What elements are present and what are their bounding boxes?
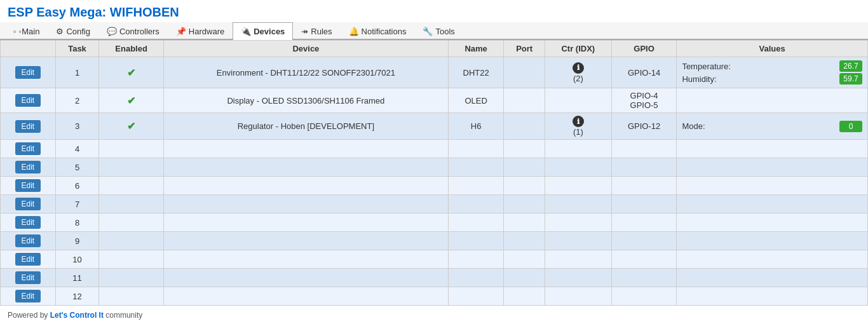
edit-button-7[interactable]: Edit: [15, 198, 41, 210]
header-values: Values: [677, 41, 868, 57]
edit-button-11[interactable]: Edit: [15, 271, 41, 284]
ctr-info: ℹ (1): [550, 116, 606, 137]
table-row: Edit 12: [1, 287, 868, 306]
nav-controllers[interactable]: 💬 Controllers: [98, 22, 168, 40]
edit-button-6[interactable]: Edit: [15, 179, 41, 192]
table-row: Edit 2 ✔ Display - OLED SSD1306/SH1106 F…: [1, 88, 868, 113]
header-device: Device: [163, 41, 448, 57]
table-row: Edit 9: [1, 232, 868, 250]
edit-button-10[interactable]: Edit: [15, 253, 41, 266]
enabled-cell: ✔: [99, 88, 164, 113]
table-row: Edit 11: [1, 269, 868, 287]
nav-main[interactable]: ◦ ◦Main: [5, 22, 48, 40]
name-cell: H6: [448, 113, 503, 140]
edit-button-12[interactable]: Edit: [15, 290, 41, 302]
config-icon: ⚙: [56, 27, 64, 36]
table-row: Edit 3 ✔ Regulator - Hoben [DEVELOPMENT]…: [1, 113, 868, 140]
enabled-cell: ✔: [99, 57, 164, 88]
ctr-info: ℹ (2): [550, 62, 606, 83]
edit-button-4[interactable]: Edit: [15, 142, 41, 155]
table-row: Edit 10: [1, 250, 868, 269]
rules-icon: ↠: [301, 27, 308, 36]
ctr-cell: ℹ (1): [545, 113, 611, 140]
enabled-check: ✔: [127, 121, 135, 132]
footer-suffix: community: [104, 311, 142, 320]
device-cell: Display - OLED SSD1306/SH1106 Framed: [163, 88, 448, 113]
tools-icon: 🔧: [423, 27, 433, 36]
controllers-icon: 💬: [107, 27, 117, 36]
table-row: Edit 6: [1, 177, 868, 195]
value-row: Mode: 0: [682, 120, 862, 133]
edit-button-8[interactable]: Edit: [15, 216, 41, 229]
values-cell: Temperature: 26.7 Humidity: 59.7: [677, 57, 868, 88]
port-cell: [504, 113, 545, 140]
value-badge: 26.7: [839, 60, 862, 72]
values-cell: [677, 88, 868, 113]
table-header-row: Task Enabled Device Name Port Ctr (IDX) …: [1, 41, 868, 57]
port-cell: [504, 57, 545, 88]
info-icon: ℹ: [573, 62, 584, 74]
device-cell: Regulator - Hoben [DEVELOPMENT]: [163, 113, 448, 140]
edit-button-1[interactable]: Edit: [15, 66, 41, 79]
enabled-cell: ✔: [99, 113, 164, 140]
gpio-cell: GPIO-12: [611, 113, 677, 140]
name-cell: DHT22: [448, 57, 503, 88]
edit-cell[interactable]: Edit: [1, 88, 56, 113]
edit-button-9[interactable]: Edit: [15, 234, 41, 247]
values-cell: Mode: 0: [677, 113, 868, 140]
nav-notifications[interactable]: 🔔 Notifications: [341, 22, 415, 40]
header-gpio: GPIO: [611, 41, 677, 57]
edit-button-5[interactable]: Edit: [15, 161, 41, 173]
value-row: Temperature: 26.7: [682, 60, 862, 72]
nav-hardware[interactable]: 📌 Hardware: [168, 22, 233, 40]
edit-cell[interactable]: Edit: [1, 113, 56, 140]
notifications-icon: 🔔: [349, 27, 359, 36]
device-cell: Environment - DHT11/12/22 SONOFF2301/702…: [163, 57, 448, 88]
header-task: Task: [55, 41, 99, 57]
info-icon: ℹ: [573, 116, 584, 127]
header-edit: [1, 41, 56, 57]
table-row: Edit 8: [1, 214, 868, 232]
table-row: Edit 1 ✔ Environment - DHT11/12/22 SONOF…: [1, 57, 868, 88]
value-badge: 59.7: [839, 73, 862, 85]
nav-devices[interactable]: 🔌 Devices: [233, 22, 293, 40]
value-badge: 0: [839, 121, 862, 132]
port-cell: [504, 88, 545, 113]
value-row: Humidity: 59.7: [682, 72, 862, 85]
header-port: Port: [504, 41, 545, 57]
footer-link[interactable]: Let's Control It: [50, 311, 104, 320]
edit-button-3[interactable]: Edit: [15, 120, 41, 133]
header-ctr: Ctr (IDX): [545, 41, 611, 57]
footer: Powered by Let's Control It community: [0, 306, 868, 325]
task-cell: 3: [55, 113, 99, 140]
header-enabled: Enabled: [99, 41, 164, 57]
nav-tools[interactable]: 🔧 Tools: [414, 22, 463, 40]
nav-config[interactable]: ⚙ Config: [48, 22, 98, 40]
table-row: Edit 7: [1, 195, 868, 214]
edit-button-2[interactable]: Edit: [15, 94, 41, 107]
main-icon: ◦: [13, 27, 17, 36]
enabled-check: ✔: [127, 67, 135, 78]
gpio-cell: GPIO-14: [611, 57, 677, 88]
footer-prefix: Powered by: [8, 311, 50, 320]
devices-table: Task Enabled Device Name Port Ctr (IDX) …: [0, 40, 868, 306]
nav-rules[interactable]: ↠ Rules: [293, 22, 340, 40]
header-name: Name: [448, 41, 503, 57]
ctr-cell: ℹ (2): [545, 57, 611, 88]
table-row: Edit 4: [1, 140, 868, 158]
ctr-cell: [545, 88, 611, 113]
name-cell: OLED: [448, 88, 503, 113]
task-cell: 2: [55, 88, 99, 113]
devices-icon: 🔌: [241, 27, 251, 36]
edit-cell[interactable]: Edit: [1, 57, 56, 88]
devices-table-container: Task Enabled Device Name Port Ctr (IDX) …: [0, 40, 868, 306]
enabled-check: ✔: [127, 95, 135, 106]
task-cell: 1: [55, 57, 99, 88]
hardware-icon: 📌: [176, 27, 186, 36]
gpio-cell: GPIO-4GPIO-5: [611, 88, 677, 113]
navigation: ◦ ◦Main ⚙ Config 💬 Controllers 📌 Hardwar…: [0, 22, 868, 40]
page-title: ESP Easy Mega: WIFHOBEN: [0, 0, 868, 22]
table-row: Edit 5: [1, 158, 868, 177]
